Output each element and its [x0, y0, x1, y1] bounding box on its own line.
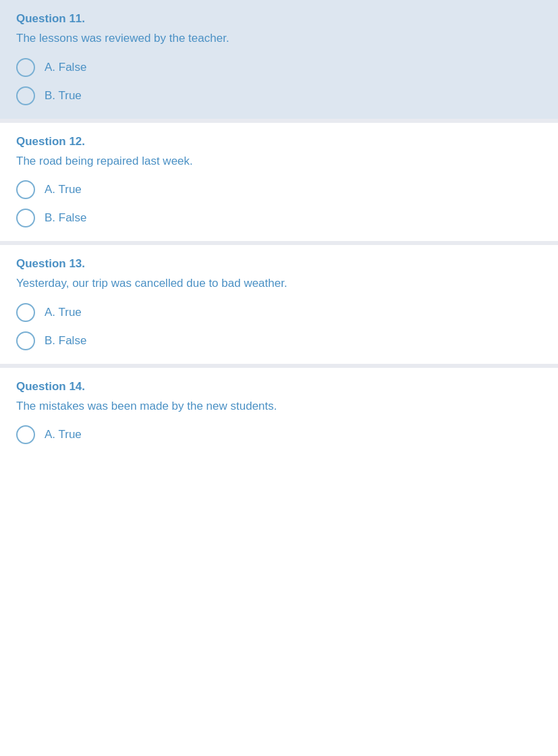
question-text-q12: The road being repaired last week.	[16, 153, 542, 170]
option-label-q12a: A. True	[45, 183, 82, 196]
option-label-q13a: A. True	[45, 306, 82, 319]
radio-q12b	[16, 209, 35, 227]
question-block-q13: Question 13.Yesterday, our trip was canc…	[0, 245, 558, 364]
option-q13b[interactable]: B. False	[16, 331, 542, 350]
option-q12b[interactable]: B. False	[16, 209, 542, 227]
question-label-q14: Question 14.	[16, 380, 542, 394]
question-block-q12: Question 12.The road being repaired last…	[0, 123, 558, 242]
option-q11b[interactable]: B. True	[16, 86, 542, 105]
question-text-q14: The mistakes was been made by the new st…	[16, 398, 542, 415]
option-label-q11a: A. False	[45, 61, 86, 74]
radio-q14a	[16, 425, 35, 444]
option-label-q12b: B. False	[45, 211, 86, 225]
option-q11a[interactable]: A. False	[16, 58, 542, 77]
question-block-q11: Question 11.The lessons was reviewed by …	[0, 0, 558, 119]
option-label-q11b: B. True	[45, 89, 82, 103]
radio-q13a	[16, 303, 35, 322]
radio-q13b	[16, 331, 35, 350]
radio-q12a	[16, 180, 35, 199]
question-text-q11: The lessons was reviewed by the teacher.	[16, 30, 542, 47]
question-label-q12: Question 12.	[16, 135, 542, 148]
question-block-q14: Question 14.The mistakes was been made b…	[0, 368, 558, 757]
option-label-q13b: B. False	[45, 334, 86, 348]
option-q12a[interactable]: A. True	[16, 180, 542, 199]
option-q13a[interactable]: A. True	[16, 303, 542, 322]
page: Question 11.The lessons was reviewed by …	[0, 0, 558, 756]
question-text-q13: Yesterday, our trip was cancelled due to…	[16, 275, 542, 292]
radio-q11a	[16, 58, 35, 77]
option-q14a[interactable]: A. True	[16, 425, 542, 444]
question-label-q13: Question 13.	[16, 257, 542, 271]
option-label-q14a: A. True	[45, 428, 82, 441]
question-label-q11: Question 11.	[16, 12, 542, 26]
radio-q11b	[16, 86, 35, 105]
